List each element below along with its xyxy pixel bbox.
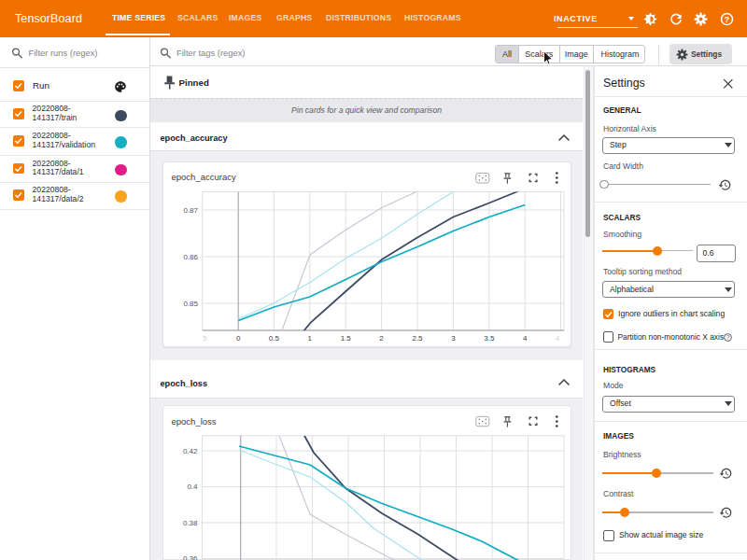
svg-text:3.5: 3.5 <box>484 334 495 343</box>
svg-text:1: 1 <box>308 334 313 343</box>
svg-text:4: 4 <box>556 334 560 343</box>
svg-text:0: 0 <box>236 334 241 343</box>
svg-text:1.5: 1.5 <box>341 334 352 343</box>
svg-text:?: ? <box>726 333 729 340</box>
svg-text:2: 2 <box>379 334 384 343</box>
svg-text:epoch_loss: epoch_loss <box>172 416 217 427</box>
svg-text:epoch_accuracy: epoch_accuracy <box>172 172 236 182</box>
svg-text:0.42: 0.42 <box>183 447 198 455</box>
svg-text:?: ? <box>724 14 729 24</box>
svg-text:5: 5 <box>203 334 207 343</box>
svg-text:0.87: 0.87 <box>183 205 198 214</box>
svg-text:0.36: 0.36 <box>183 554 198 560</box>
svg-text:3: 3 <box>451 334 456 343</box>
svg-text:0.38: 0.38 <box>183 519 198 527</box>
svg-text:0.5: 0.5 <box>269 334 280 343</box>
svg-text:0.85: 0.85 <box>183 299 198 307</box>
svg-text:0.86: 0.86 <box>183 252 198 260</box>
svg-text:4: 4 <box>523 334 528 343</box>
svg-text:2.5: 2.5 <box>412 334 423 343</box>
svg-text:0.4: 0.4 <box>187 483 198 491</box>
